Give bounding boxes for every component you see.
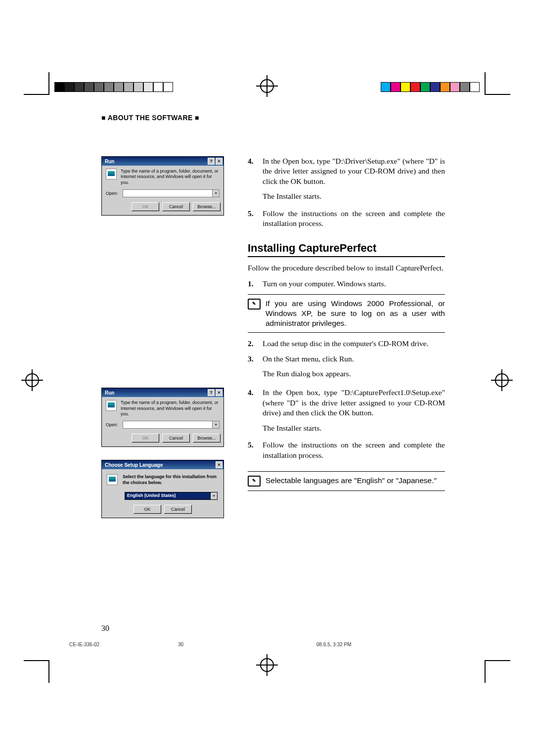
subheading-installing-captureperfect: Installing CapturePerfect	[248, 241, 445, 257]
step-2: 2. Load the setup disc in the computer's…	[248, 339, 445, 349]
step-1: 1. Turn on your computer. Windows starts…	[248, 279, 445, 289]
chevron-down-icon: ▾	[212, 190, 219, 197]
ok-button[interactable]: OK	[132, 202, 159, 211]
cancel-button[interactable]: Cancel	[162, 202, 190, 211]
language-dialog-titlebar: Choose Setup Language ×	[102, 460, 223, 469]
crop-marks-bottom	[0, 660, 534, 674]
doc-timestamp: 08.6.5, 3:32 PM	[316, 642, 465, 647]
registration-mark-right	[493, 371, 511, 389]
cancel-button[interactable]: Cancel	[164, 505, 192, 514]
run-dialog-screenshot-2: Run ? × Type the name of a program, fold…	[101, 388, 224, 447]
step-text: In the Open box, type "D:\Driver\Setup.e…	[263, 156, 445, 186]
crop-mark-tl	[24, 81, 49, 95]
run-dialog-title: Run	[105, 159, 114, 164]
page-content: ■ ABOUT THE SOFTWARE ■ Run ? × Type the …	[101, 114, 445, 633]
step-text: In the Open box, type "D:\CapturePerfect…	[263, 388, 445, 418]
run-dialog-title: Run	[105, 390, 114, 396]
ok-button[interactable]: OK	[134, 505, 161, 514]
step-number: 1.	[248, 279, 257, 289]
note-icon: ✎	[248, 476, 261, 487]
step-number: 5.	[248, 440, 257, 460]
cancel-button[interactable]: Cancel	[162, 434, 190, 443]
step-text: Follow the instructions on the screen an…	[263, 440, 445, 460]
step-number: 5.	[248, 209, 257, 229]
run-dialog-description: Type the name of a program, folder, docu…	[121, 169, 220, 185]
close-icon: ×	[216, 389, 222, 396]
step-4a: 4. In the Open box, type "D:\Driver\Setu…	[248, 156, 445, 186]
step-4b: 4. In the Open box, type "D:\CapturePerf…	[248, 388, 445, 418]
step-text: Load the setup disc in the computer's CD…	[263, 339, 445, 349]
run-icon	[106, 169, 117, 179]
step-3: 3. On the Start menu, click Run.	[248, 354, 445, 364]
open-label: Open:	[106, 191, 120, 196]
grayscale-calibration-strip	[54, 82, 173, 92]
content-block-1: Run ? × Type the name of a program, fold…	[101, 156, 445, 386]
language-dialog-title: Choose Setup Language	[105, 462, 163, 468]
chevron-down-icon: ▾	[212, 421, 219, 428]
step-text: On the Start menu, click Run.	[263, 354, 445, 364]
step-5a: 5. Follow the instructions on the screen…	[248, 209, 445, 229]
open-combobox[interactable]: ▾	[123, 189, 220, 197]
browse-button[interactable]: Browse...	[193, 202, 221, 211]
step-text: Turn on your computer. Windows starts.	[263, 279, 445, 289]
registration-mark-left	[23, 371, 41, 389]
page-number: 30	[101, 624, 109, 633]
help-icon: ?	[208, 389, 215, 396]
note-admin-privileges: ✎ If you are using Windows 2000 Professi…	[248, 299, 445, 328]
doc-code: CE-IE-336-02	[69, 642, 178, 647]
crop-mark-bl	[24, 660, 49, 674]
registration-mark-top	[258, 77, 276, 95]
note-text: Selectable languages are "English" or "J…	[266, 476, 445, 486]
close-icon: ×	[216, 158, 222, 165]
run-dialog-screenshot-1: Run ? × Type the name of a program, fold…	[101, 156, 224, 216]
step-3-sub: The Run dialog box appears.	[263, 369, 445, 379]
step-number: 4.	[248, 388, 257, 418]
ok-button[interactable]: OK	[132, 434, 159, 443]
browse-button[interactable]: Browse...	[193, 434, 221, 443]
note-icon: ✎	[248, 299, 261, 310]
step-5b: 5. Follow the instructions on the screen…	[248, 440, 445, 460]
note-text: If you are using Windows 2000 Profession…	[266, 299, 445, 328]
language-select[interactable]: English (United States) ▾	[125, 492, 218, 500]
setup-icon	[107, 474, 118, 485]
step-number: 3.	[248, 354, 257, 364]
step-text: Follow the instructions on the screen an…	[263, 209, 445, 229]
language-select-value: English (United States)	[125, 492, 210, 499]
chevron-down-icon: ▾	[210, 492, 217, 499]
note-languages: ✎ Selectable languages are "English" or …	[248, 476, 445, 487]
run-dialog-description: Type the name of a program, folder, docu…	[121, 400, 220, 417]
run-dialog-titlebar: Run ? ×	[102, 157, 223, 166]
open-combobox[interactable]: ▾	[123, 421, 220, 429]
close-icon: ×	[216, 461, 222, 468]
footer-meta: CE-IE-336-02 30 08.6.5, 3:32 PM	[69, 642, 465, 647]
crop-mark-tr	[485, 81, 510, 95]
step-4b-sub: The Installer starts.	[263, 423, 445, 433]
color-calibration-strip	[381, 82, 480, 92]
crop-mark-br	[485, 660, 510, 674]
run-icon	[106, 400, 117, 411]
step-number: 4.	[248, 156, 257, 186]
section-header: ■ ABOUT THE SOFTWARE ■	[101, 114, 445, 122]
help-icon: ?	[208, 158, 215, 165]
language-dialog-description: Select the language for this installatio…	[123, 474, 219, 486]
step-number: 2.	[248, 339, 257, 349]
content-block-2: Run ? × Type the name of a program, fold…	[101, 388, 445, 527]
intro-text: Follow the procedure described below to …	[248, 263, 445, 273]
run-dialog-titlebar: Run ? ×	[102, 388, 223, 397]
step-4a-sub: The Installer starts.	[263, 191, 445, 201]
doc-page: 30	[178, 642, 316, 647]
open-label: Open:	[106, 422, 120, 427]
choose-language-dialog: Choose Setup Language × Select the langu…	[101, 460, 224, 518]
